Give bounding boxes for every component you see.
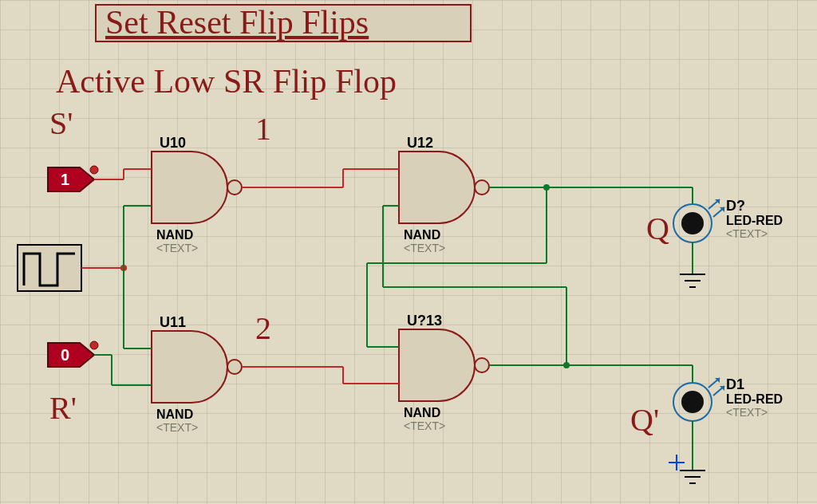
gate-u13-ref: U?13 <box>407 313 442 329</box>
svg-rect-4 <box>18 245 81 291</box>
subtitle-text: Active Low SR Flip Flop <box>56 63 397 100</box>
gate-u10-ref: U10 <box>160 135 186 151</box>
label-s-prime: S' <box>49 105 73 141</box>
gate-u11-ref: U11 <box>160 314 186 330</box>
gate-u11-tmpl: <TEXT> <box>156 421 198 434</box>
gate-u12-tmpl: <TEXT> <box>404 242 445 254</box>
led-bottom-type: LED-RED <box>726 392 783 406</box>
label-node-2: 2 <box>255 310 271 346</box>
gate-u12-type: NAND <box>404 228 440 242</box>
svg-point-8 <box>475 180 489 195</box>
svg-point-7 <box>227 360 242 374</box>
label-r-prime: R' <box>49 390 77 426</box>
led-bottom-ref: D1 <box>726 376 744 392</box>
gate-u10-tmpl: <TEXT> <box>156 242 198 254</box>
svg-point-9 <box>475 358 489 372</box>
schematic-canvas[interactable]: Set Reset Flip Flips Active Low SR Flip … <box>0 0 817 504</box>
logicstate-r-value: 0 <box>61 346 69 364</box>
label-q-prime: Q' <box>630 402 659 438</box>
logicstate-s-value: 1 <box>61 171 69 188</box>
gate-u12-ref: U12 <box>407 135 433 151</box>
gate-u10-type: NAND <box>156 228 193 242</box>
led-top-type: LED-RED <box>726 214 783 227</box>
gate-u13-tmpl: <TEXT> <box>404 419 445 432</box>
label-q: Q <box>646 211 669 246</box>
led-top-tmpl: <TEXT> <box>726 227 768 240</box>
title-banner: Set Reset Flip Flips <box>96 4 471 41</box>
svg-point-3 <box>90 341 98 349</box>
svg-point-45 <box>681 212 704 234</box>
label-node-1: 1 <box>255 111 271 147</box>
title-text: Set Reset Flip Flips <box>105 4 369 41</box>
gate-u11-type: NAND <box>156 408 193 421</box>
led-top-ref: D? <box>726 198 745 214</box>
gate-u13-type: NAND <box>404 406 440 419</box>
led-bottom-tmpl: <TEXT> <box>726 406 768 419</box>
svg-point-55 <box>681 391 704 413</box>
svg-point-2 <box>90 166 98 174</box>
svg-point-6 <box>227 180 242 195</box>
